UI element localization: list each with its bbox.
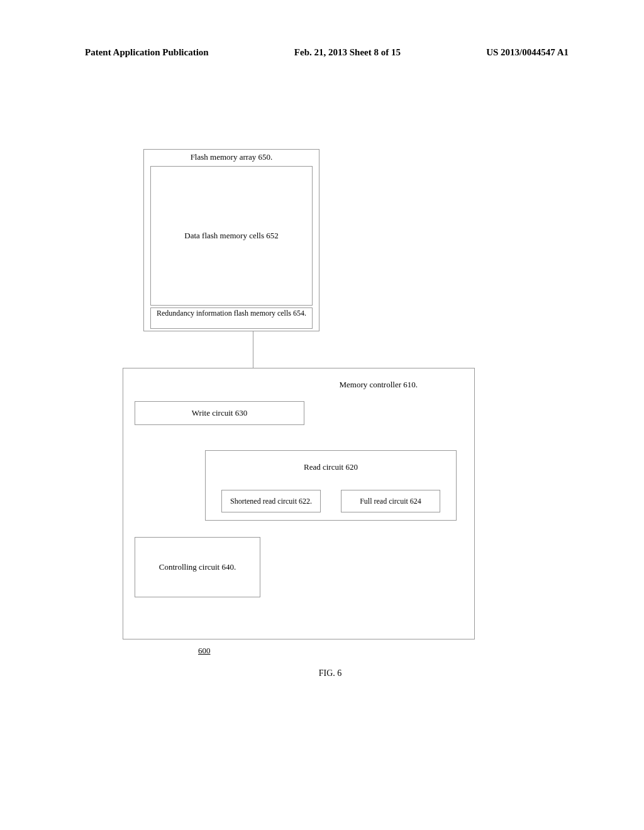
header-patent-number: US 2013/0044547 A1 bbox=[486, 47, 569, 58]
figure-caption: FIG. 6 bbox=[186, 668, 475, 678]
read-circuit-label: Read circuit 620 bbox=[304, 462, 358, 472]
flash-memory-array-box: Flash memory array 650. Data flash memor… bbox=[143, 149, 319, 331]
controller-label: Memory controller 610. bbox=[123, 380, 474, 390]
redundancy-cells-label: Redundancy information flash memory cell… bbox=[157, 309, 306, 318]
controlling-circuit-box: Controlling circuit 640. bbox=[135, 537, 260, 597]
connector-line bbox=[253, 331, 253, 368]
reference-number: 600 bbox=[198, 646, 475, 656]
flash-array-label: Flash memory array 650. bbox=[144, 152, 319, 162]
memory-controller-box: Memory controller 610. Write circuit 630… bbox=[123, 368, 475, 639]
full-read-label: Full read circuit 624 bbox=[360, 497, 421, 506]
header-date-sheet: Feb. 21, 2013 Sheet 8 of 15 bbox=[294, 47, 401, 58]
block-diagram: Flash memory array 650. Data flash memor… bbox=[123, 149, 475, 678]
shortened-read-box: Shortened read circuit 622. bbox=[221, 490, 321, 512]
header-publication: Patent Application Publication bbox=[85, 47, 209, 58]
controlling-circuit-label: Controlling circuit 640. bbox=[159, 562, 236, 572]
read-subcircuits-row: Shortened read circuit 622. Full read ci… bbox=[221, 490, 440, 512]
read-circuit-box: Read circuit 620 Shortened read circuit … bbox=[205, 450, 457, 521]
data-cells-label: Data flash memory cells 652 bbox=[184, 231, 278, 241]
write-circuit-box: Write circuit 630 bbox=[135, 401, 304, 425]
shortened-read-label: Shortened read circuit 622. bbox=[230, 497, 312, 506]
redundancy-cells-box: Redundancy information flash memory cell… bbox=[150, 307, 313, 329]
data-flash-cells-box: Data flash memory cells 652 bbox=[150, 166, 313, 306]
page-header: Patent Application Publication Feb. 21, … bbox=[0, 0, 644, 64]
figure-area: Flash memory array 650. Data flash memor… bbox=[0, 64, 644, 819]
full-read-box: Full read circuit 624 bbox=[341, 490, 440, 512]
write-circuit-label: Write circuit 630 bbox=[192, 408, 247, 418]
